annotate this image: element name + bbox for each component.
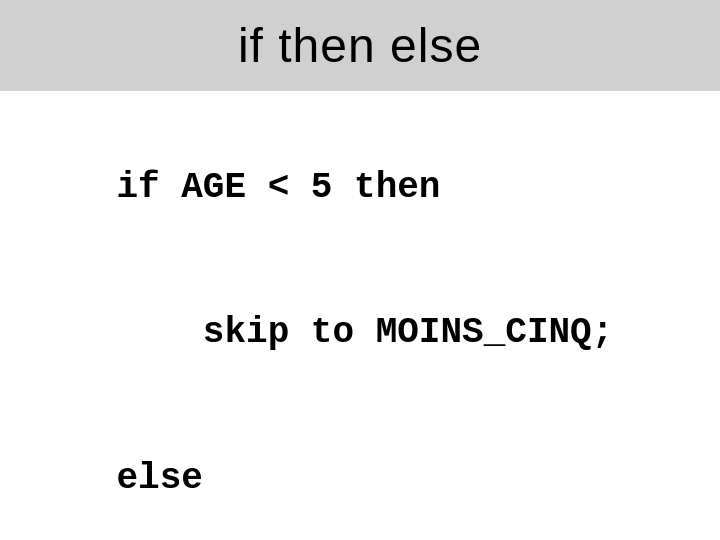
code-content: if AGE < 5 then skip to MOINS_CINQ; else… (0, 91, 720, 540)
code-line-2: skip to MOINS_CINQ; (116, 312, 613, 353)
header-bar: if then else (0, 0, 720, 91)
page-title: if then else (238, 19, 482, 72)
code-line-1: if AGE < 5 then (116, 167, 440, 208)
code-block: if AGE < 5 then skip to MOINS_CINQ; else… (30, 115, 690, 540)
code-line-3: else (116, 458, 202, 499)
